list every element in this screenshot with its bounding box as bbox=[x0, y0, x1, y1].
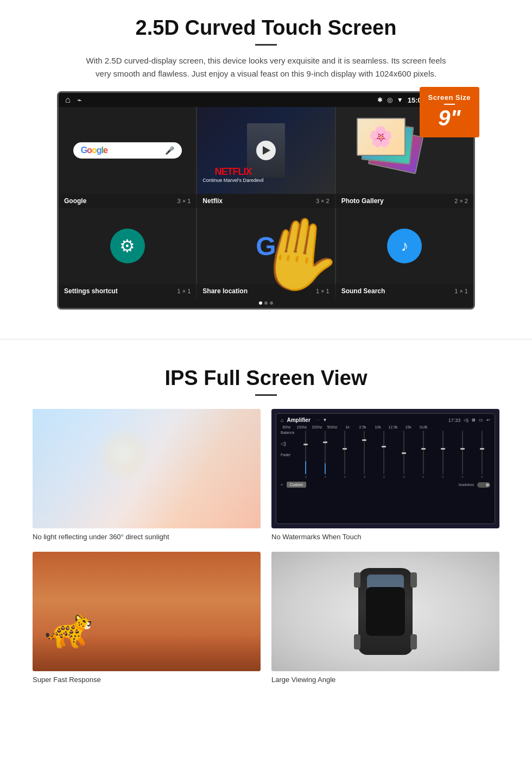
car-caption: Large Viewing Angle bbox=[271, 676, 499, 684]
google-logo: Google bbox=[81, 146, 107, 155]
wheel-fl bbox=[354, 572, 360, 588]
car-item: Large Viewing Angle bbox=[271, 552, 499, 684]
car-windshield bbox=[367, 575, 404, 588]
dot-1 bbox=[259, 301, 262, 305]
photos-label: Photo Gallery 2 × 2 bbox=[336, 194, 473, 208]
amp-win: ▭ bbox=[479, 418, 483, 422]
photos-stack: 🌸 bbox=[352, 118, 417, 172]
section1-title: 2.5D Curved Touch Screen bbox=[33, 16, 499, 40]
netflix-logo-overlay: NETFLIX Continue Marvel's Daredevil bbox=[202, 166, 263, 183]
google-label: Google 3 × 1 bbox=[59, 194, 196, 208]
amp-sliders: 3 4 bbox=[297, 431, 490, 478]
car-image bbox=[271, 552, 499, 671]
google-app-cell[interactable]: Google 🎤 bbox=[59, 107, 196, 194]
play-button[interactable] bbox=[256, 141, 276, 160]
amplifier-caption: No Watermarks When Touch bbox=[271, 533, 499, 541]
wheel-rr bbox=[410, 634, 417, 649]
amp-batt: ⊠ bbox=[472, 418, 476, 422]
loudness-label: loudness bbox=[459, 483, 474, 487]
amp-header: ⌂ Amplifier ··· ▼ 17:33 ◁) ⊠ ▭ ↩ bbox=[281, 417, 490, 423]
usb-icon: ⌁ bbox=[77, 96, 81, 104]
amp-home-icon: ⌂ bbox=[281, 418, 283, 423]
page-indicator bbox=[59, 298, 473, 308]
section2-underline bbox=[255, 394, 277, 396]
sunlight-image bbox=[33, 409, 261, 528]
netflix-app-cell[interactable]: NETFLIX Continue Marvel's Daredevil bbox=[197, 107, 334, 194]
flower-icon: 🌸 bbox=[369, 125, 393, 148]
status-bar: ⌂ ⌁ ✱ ◎ ▼ 15:06 ⊡ ◁) ⊠ ▭ bbox=[59, 93, 473, 107]
netflix-subtitle: Continue Marvel's Daredevil bbox=[202, 178, 263, 183]
google-search-bar[interactable]: Google 🎤 bbox=[73, 142, 182, 159]
section2-title: IPS Full Screen View bbox=[33, 367, 499, 390]
amplifier-image: ⌂ Amplifier ··· ▼ 17:33 ◁) ⊠ ▭ ↩ 60hz 10… bbox=[271, 409, 499, 528]
labels-row1: Google 3 × 1 Netflix 3 × 2 Photo Gallery… bbox=[59, 194, 473, 208]
loudness-toggle[interactable] bbox=[477, 482, 490, 488]
amp-screen: ⌂ Amplifier ··· ▼ 17:33 ◁) ⊠ ▭ ↩ 60hz 10… bbox=[276, 413, 495, 524]
car-roof bbox=[366, 587, 405, 636]
music-icon-wrap: ♪ bbox=[387, 229, 422, 263]
screen-size-badge: Screen Size 9" bbox=[420, 87, 480, 137]
bluetooth-icon: ✱ bbox=[377, 96, 383, 104]
car-body bbox=[358, 568, 413, 655]
music-note-icon: ♪ bbox=[401, 237, 408, 255]
settings-label: Settings shortcut 1 × 1 bbox=[59, 284, 196, 298]
badge-divider bbox=[444, 104, 455, 105]
image-grid: No light reflecting under 360° direct su… bbox=[33, 409, 499, 684]
settings-icon-wrap: ⚙ bbox=[110, 229, 145, 263]
car-top-view bbox=[353, 563, 418, 660]
device-screen: ⌂ ⌁ ✱ ◎ ▼ 15:06 ⊡ ◁) ⊠ ▭ Google bbox=[57, 91, 475, 310]
section-ips: IPS Full Screen View No light reflecting… bbox=[0, 356, 532, 700]
wheel-fr bbox=[410, 572, 417, 588]
wheel-rl bbox=[354, 634, 360, 649]
netflix-label: Netflix 3 × 2 bbox=[197, 194, 334, 208]
cheetah-caption: Super Fast Response bbox=[33, 676, 261, 684]
amp-back: ↩ bbox=[486, 418, 490, 422]
gear-icon: ⚙ bbox=[119, 236, 135, 256]
title-underline bbox=[255, 44, 277, 46]
signal-icon: ▼ bbox=[397, 96, 403, 104]
sunlight-caption: No light reflecting under 360° direct su… bbox=[33, 533, 261, 541]
section1-description: With 2.5D curved-display screen, this de… bbox=[81, 54, 451, 80]
cheetah-image: 🐆 bbox=[33, 552, 261, 671]
amplifier-item: ⌂ Amplifier ··· ▼ 17:33 ◁) ⊠ ▭ ↩ 60hz 10… bbox=[271, 409, 499, 541]
dot-3 bbox=[270, 301, 273, 305]
dot-2 bbox=[264, 301, 268, 305]
section-divider bbox=[0, 339, 532, 339]
netflix-brand: NETFLIX bbox=[214, 166, 251, 177]
amp-freq-labels: 60hz 100hz 200hz 500hz 1k 2.5k 10k 12.5k… bbox=[281, 425, 490, 429]
section-curved-screen: 2.5D Curved Touch Screen With 2.5D curve… bbox=[0, 0, 532, 323]
location-icon: ◎ bbox=[387, 96, 392, 104]
app-grid-row2: ⚙ G 🤚 ♪ bbox=[59, 208, 473, 284]
maps-app-cell[interactable]: G 🤚 bbox=[197, 208, 334, 284]
sunlight-item: No light reflecting under 360° direct su… bbox=[33, 409, 261, 541]
amp-signal: ▼ bbox=[322, 418, 327, 422]
amp-footer-bar: ‹‹ Custom loudness bbox=[281, 482, 490, 488]
settings-app-cell[interactable]: ⚙ bbox=[59, 208, 196, 284]
cheetah-item: 🐆 Super Fast Response bbox=[33, 552, 261, 684]
sound-label: Sound Search 1 × 1 bbox=[336, 284, 473, 298]
app-grid-row1: Google 🎤 NETFLIX Continue Ma bbox=[59, 107, 473, 194]
amp-side-labels: Balance ◁) Fader 3 bbox=[281, 431, 490, 478]
music-app-cell[interactable]: ♪ bbox=[336, 208, 473, 284]
home-icon: ⌂ bbox=[65, 95, 71, 105]
touch-hand: 🤚 bbox=[250, 212, 349, 297]
mic-icon: 🎤 bbox=[165, 146, 174, 155]
amp-vol: ◁) bbox=[464, 418, 468, 422]
amp-dots: ··· bbox=[316, 418, 320, 422]
custom-btn[interactable]: Custom bbox=[287, 482, 306, 488]
